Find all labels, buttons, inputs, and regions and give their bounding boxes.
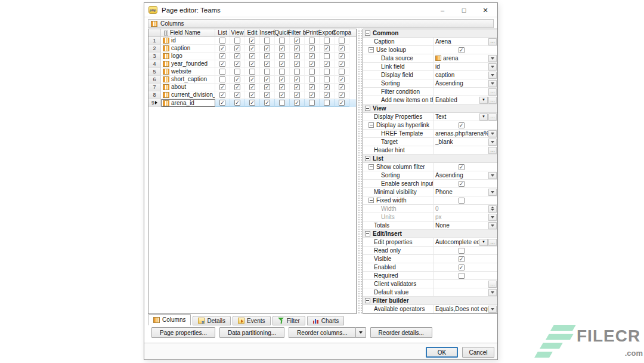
property-row[interactable]: HREF Templatearenas.php#arena%... (363, 130, 497, 138)
grid-checkbox[interactable]: ✓ (249, 38, 255, 44)
grid-checkbox[interactable]: ✓ (249, 53, 255, 59)
grid-checkbox[interactable]: ✓ (249, 92, 255, 98)
spinner-button[interactable] (488, 205, 497, 213)
grid-checkbox[interactable]: ✓ (339, 100, 345, 106)
close-button[interactable]: ✕ (481, 4, 490, 17)
property-value[interactable]: … (434, 88, 497, 96)
grid-checkbox[interactable]: ✓ (294, 53, 300, 59)
grid-checkbox[interactable]: ✓ (264, 92, 270, 98)
ellipsis-button[interactable]: … (488, 239, 497, 246)
grid-checkbox[interactable]: ✓ (279, 92, 285, 98)
grid-checkbox[interactable]: ✓ (294, 45, 300, 51)
dropdown-button[interactable] (488, 130, 497, 137)
property-row[interactable]: Required (363, 272, 497, 280)
property-row[interactable]: Enable search input✓ (363, 180, 497, 188)
category-row[interactable]: Filter builder (363, 297, 497, 305)
property-row[interactable]: Show column filter✓ (363, 163, 497, 171)
grid-checkbox[interactable]: ✓ (294, 84, 300, 90)
grid-checkbox[interactable] (324, 76, 330, 82)
table-row[interactable]: 9arena_id✓✓✓✓✓✓ (148, 99, 356, 107)
page-properties-button[interactable]: Page properties... (151, 327, 215, 338)
grid-checkbox[interactable] (219, 69, 225, 75)
grid-checkbox[interactable]: ✓ (264, 45, 270, 51)
property-value[interactable]: Arena… (434, 38, 497, 45)
collapse-icon[interactable] (365, 156, 370, 161)
field-name-cell[interactable]: year_founded (161, 60, 215, 68)
table-row[interactable]: 7about✓✓✓✓✓✓✓✓✓ (148, 84, 356, 91)
field-name-cell[interactable]: logo (161, 53, 215, 60)
property-value[interactable]: caption (434, 71, 497, 79)
property-checkbox[interactable] (459, 248, 465, 254)
grid-checkbox[interactable]: ✓ (264, 61, 270, 67)
property-checkbox[interactable]: ✓ (459, 164, 465, 170)
dropdown-button[interactable] (488, 189, 497, 196)
grid-checkbox[interactable] (324, 53, 330, 59)
dropdown-button[interactable] (488, 72, 497, 79)
table-row[interactable]: 4year_founded✓✓✓✓✓✓✓✓✓ (148, 60, 356, 68)
property-value[interactable]: arenas.php#arena%... (434, 130, 497, 137)
grid-checkbox[interactable]: ✓ (324, 45, 330, 51)
grid-checkbox[interactable]: ✓ (264, 53, 270, 59)
grid-checkbox[interactable]: ✓ (294, 76, 300, 82)
data-partitioning-button[interactable]: Data partitioning... (219, 327, 284, 338)
property-row[interactable]: Available operatorsEquals,Does not equa.… (363, 305, 497, 313)
grid-checkbox[interactable]: ✓ (339, 76, 345, 82)
grid-checkbox[interactable]: ✓ (294, 61, 300, 67)
ellipsis-button[interactable]: … (488, 97, 497, 104)
ok-button[interactable]: OK (426, 347, 458, 358)
property-value[interactable]: id (434, 63, 497, 70)
minimize-button[interactable]: – (438, 4, 447, 17)
property-checkbox[interactable]: ✓ (459, 47, 465, 53)
property-row[interactable]: Visible✓ (363, 255, 497, 263)
category-row[interactable]: Edit/Insert (363, 230, 497, 238)
property-value[interactable]: _blank (434, 138, 497, 146)
tab-charts[interactable]: Charts (307, 316, 344, 325)
field-name-cell[interactable]: caption (161, 45, 215, 53)
property-value[interactable]: … (434, 146, 497, 154)
grid-checkbox[interactable]: ✓ (219, 61, 225, 67)
dropdown-button[interactable]: ▼ (479, 239, 488, 246)
property-row[interactable]: Data sourcearena (363, 54, 497, 63)
column-header[interactable]: Edit (245, 29, 260, 36)
dropdown-button[interactable] (488, 289, 497, 296)
grid-checkbox[interactable]: ✓ (219, 100, 225, 106)
grid-checkbox[interactable]: ✓ (249, 100, 255, 106)
grid-checkbox[interactable]: ✓ (249, 61, 255, 67)
property-row[interactable]: Display as hyperlink✓ (363, 121, 497, 130)
collapse-icon[interactable] (369, 47, 374, 53)
spin-down-icon[interactable] (491, 209, 494, 211)
grid-checkbox[interactable] (234, 69, 240, 75)
property-value[interactable]: px (434, 213, 497, 221)
grid-checkbox[interactable]: ✓ (234, 61, 240, 67)
collapse-icon[interactable] (365, 30, 370, 36)
property-value[interactable]: ✓ (434, 121, 497, 129)
ellipsis-button[interactable]: … (488, 281, 497, 288)
grid-checkbox[interactable] (339, 69, 345, 75)
property-value[interactable]: ✓ (434, 163, 497, 171)
maximize-button[interactable]: □ (460, 4, 468, 17)
grid-checkbox[interactable]: ✓ (309, 53, 315, 59)
property-value[interactable]: Ascending (434, 171, 497, 179)
grid-checkbox[interactable] (279, 38, 285, 44)
grid-checkbox[interactable] (339, 38, 345, 44)
grid-checkbox[interactable]: ✓ (294, 100, 300, 106)
grid-checkbox[interactable] (324, 100, 330, 106)
collapse-icon[interactable] (365, 231, 370, 236)
dropdown-button[interactable] (488, 214, 497, 221)
grid-checkbox[interactable]: ✓ (339, 84, 345, 90)
column-header[interactable]: Compa (335, 29, 349, 36)
property-value[interactable]: … (434, 280, 497, 288)
grid-checkbox[interactable]: ✓ (309, 45, 315, 51)
grid-checkbox[interactable]: ✓ (279, 76, 285, 82)
field-name-cell[interactable]: short_caption (161, 76, 215, 84)
grid-checkbox[interactable]: ✓ (219, 92, 225, 98)
grid-checkbox[interactable]: ✓ (249, 84, 255, 90)
category-row[interactable]: List (363, 155, 497, 163)
grid-checkbox[interactable] (324, 38, 330, 44)
property-row[interactable]: Display PropertiesText▼… (363, 113, 497, 121)
grid-checkbox[interactable]: ✓ (279, 53, 285, 59)
tab-events[interactable]: Events (233, 316, 271, 325)
property-row[interactable]: Enabled✓ (363, 263, 497, 272)
grid-checkbox[interactable]: ✓ (339, 61, 345, 67)
collapse-icon[interactable] (365, 106, 370, 111)
